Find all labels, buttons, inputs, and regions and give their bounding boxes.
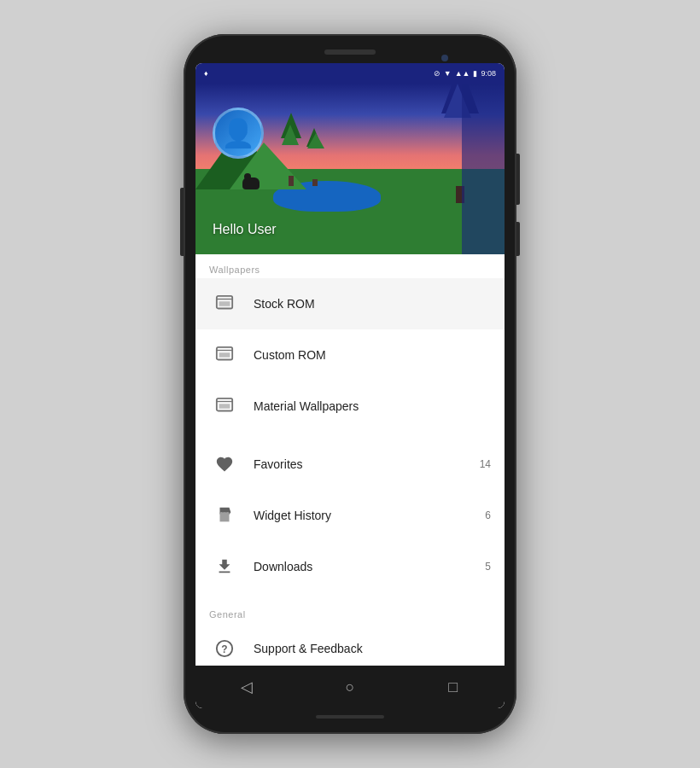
drawer-content: Wallpapers Stock ROM bbox=[195, 254, 505, 666]
custom-rom-label: Custom ROM bbox=[254, 348, 491, 362]
general-section-label: General bbox=[195, 599, 505, 623]
greeting-text: Hello User bbox=[213, 222, 277, 237]
power-button[interactable] bbox=[516, 154, 520, 205]
volume-down-button[interactable] bbox=[516, 222, 520, 256]
signal-icon: ▲▲ bbox=[455, 69, 470, 78]
phone-camera bbox=[441, 55, 448, 61]
home-button[interactable]: ○ bbox=[337, 674, 363, 700]
stock-rom-label: Stock ROM bbox=[254, 297, 491, 311]
notification-icon: ♦ bbox=[204, 69, 208, 78]
volume-up-button[interactable] bbox=[180, 188, 184, 256]
menu-item-favorites[interactable]: Favorites 14 bbox=[195, 439, 505, 490]
favorites-icon bbox=[209, 449, 240, 480]
menu-item-widget-history[interactable]: Widget History 6 bbox=[195, 490, 505, 541]
stock-rom-icon bbox=[209, 288, 240, 319]
custom-rom-icon bbox=[209, 340, 240, 370]
phone-speaker bbox=[324, 49, 376, 55]
hero-area: 👤 Hello User bbox=[195, 84, 505, 254]
status-right: ⊘ ▼ ▲▲ ▮ 9:08 bbox=[434, 69, 496, 78]
clock: 9:08 bbox=[481, 69, 496, 78]
tree-2 bbox=[306, 145, 324, 186]
bear-silhouette bbox=[242, 177, 260, 189]
support-label: Support & Feedback bbox=[254, 642, 491, 655]
support-icon: ? bbox=[209, 633, 240, 664]
dnd-icon: ⊘ bbox=[434, 69, 440, 78]
phone-device: ♦ ⊘ ▼ ▲▲ ▮ 9:08 bbox=[184, 34, 516, 734]
downloads-badge: 5 bbox=[485, 561, 491, 573]
svg-rect-3 bbox=[219, 352, 230, 358]
back-button[interactable]: ◁ bbox=[234, 674, 260, 700]
menu-item-custom-rom[interactable]: Custom ROM bbox=[195, 329, 505, 381]
battery-icon: ▮ bbox=[473, 69, 477, 78]
widget-history-icon bbox=[209, 500, 240, 531]
material-wallpapers-icon bbox=[209, 391, 240, 422]
material-wallpapers-label: Material Wallpapers bbox=[254, 399, 491, 413]
menu-item-downloads[interactable]: Downloads 5 bbox=[195, 541, 505, 592]
status-bar: ♦ ⊘ ▼ ▲▲ ▮ 9:08 bbox=[195, 63, 505, 84]
status-left: ♦ bbox=[204, 69, 208, 78]
menu-item-material-wallpapers[interactable]: Material Wallpapers bbox=[195, 381, 505, 432]
avatar-container[interactable]: 👤 bbox=[213, 108, 264, 159]
svg-rect-1 bbox=[219, 301, 230, 306]
recent-button[interactable]: □ bbox=[440, 674, 466, 700]
phone-screen: ♦ ⊘ ▼ ▲▲ ▮ 9:08 bbox=[195, 63, 505, 708]
widget-history-label: Widget History bbox=[254, 509, 485, 522]
downloads-icon bbox=[209, 551, 240, 582]
wallpapers-section-label: Wallpapers bbox=[195, 254, 505, 278]
hero-overlay bbox=[462, 84, 505, 254]
favorites-label: Favorites bbox=[254, 457, 480, 471]
downloads-label: Downloads bbox=[254, 560, 485, 573]
menu-item-support[interactable]: ? Support & Feedback bbox=[195, 623, 505, 666]
bottom-bar bbox=[316, 715, 384, 719]
phone-bottom-nav: ◁ ○ □ bbox=[195, 666, 505, 708]
svg-rect-5 bbox=[219, 404, 230, 409]
favorites-badge: 14 bbox=[480, 458, 491, 470]
wifi-icon: ▼ bbox=[444, 69, 452, 78]
widget-history-badge: 6 bbox=[485, 509, 491, 521]
avatar-icon: 👤 bbox=[221, 117, 255, 149]
tree-1 bbox=[281, 130, 301, 186]
svg-text:?: ? bbox=[221, 643, 227, 655]
avatar[interactable]: 👤 bbox=[213, 108, 264, 159]
menu-item-stock-rom[interactable]: Stock ROM bbox=[195, 278, 505, 329]
